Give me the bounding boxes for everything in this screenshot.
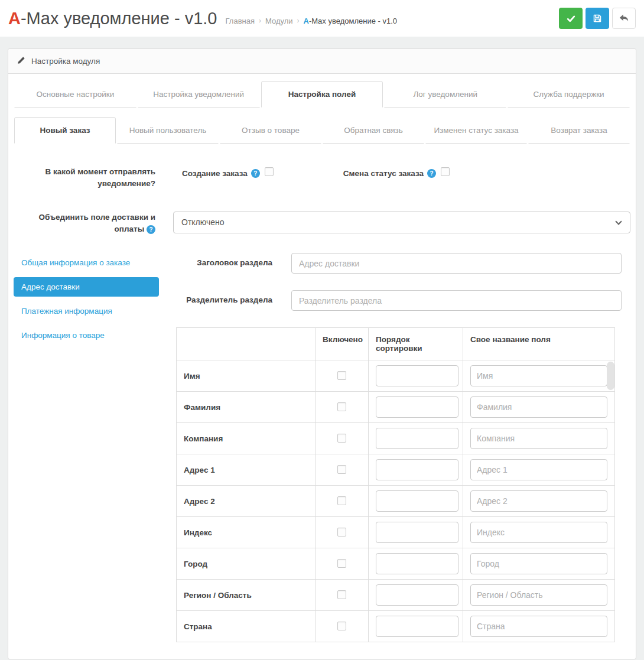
sub-tab-0[interactable]: Новый заказ [14, 117, 116, 144]
column-header-0 [177, 328, 316, 360]
field-enabled-cell [316, 392, 369, 423]
field-sort-input[interactable] [376, 428, 458, 449]
send-moment-row: В какой момент отправлять уведомление? С… [14, 166, 630, 190]
field-sort-cell [369, 423, 463, 454]
field-custom-name-input[interactable] [470, 522, 607, 543]
undo-arrow-icon [619, 14, 629, 23]
section-nav: Общая информация о заказеАдрес доставкиП… [14, 253, 159, 642]
table-row: Город [177, 548, 615, 580]
section-columns: Общая информация о заказеАдрес доставкиП… [14, 253, 630, 642]
table-header-row: ВключеноПорядок сортировкиСвое название … [177, 328, 615, 360]
field-custom-name-cell [463, 486, 615, 517]
field-custom-name-input[interactable] [470, 459, 607, 480]
field-sort-input[interactable] [376, 365, 458, 386]
page-header: A-Max уведомление - v1.0 Главная › Модул… [0, 0, 644, 37]
field-custom-name-input[interactable] [470, 490, 607, 512]
field-enabled-checkbox[interactable] [337, 434, 346, 443]
field-custom-name-input[interactable] [470, 616, 607, 637]
save-button[interactable] [586, 8, 609, 29]
main-tab-4[interactable]: Служба поддержки [508, 81, 630, 108]
field-custom-name-cell [463, 392, 615, 423]
field-sort-input[interactable] [376, 584, 458, 606]
sub-tab-3[interactable]: Обратная связь [323, 117, 424, 144]
field-sort-input[interactable] [376, 553, 458, 574]
merge-fields-select[interactable]: Отключено [173, 212, 630, 233]
main-tab-1[interactable]: Настройка уведомлений [138, 81, 260, 108]
field-custom-name-cell [463, 580, 615, 611]
panel-heading: Настройка модуля [8, 49, 636, 74]
back-button[interactable] [612, 8, 636, 29]
table-row: Страна [177, 611, 615, 642]
field-sort-cell [369, 454, 463, 486]
panel-title: Настройка модуля [31, 57, 100, 66]
table-row: Индекс [177, 517, 615, 548]
apply-button[interactable] [559, 8, 583, 29]
field-sort-cell [369, 611, 463, 642]
title-prefix: A [8, 9, 21, 28]
section-nav-item-2[interactable]: Платежная информация [14, 301, 159, 321]
field-name: Индекс [177, 517, 316, 548]
field-enabled-cell [316, 611, 369, 642]
fields-table-wrap: ВключеноПорядок сортировкиСвое название … [176, 327, 615, 642]
title-rest: -Max уведомление - v1.0 [21, 9, 217, 28]
field-custom-name-input[interactable] [470, 428, 607, 449]
field-sort-input[interactable] [376, 522, 458, 543]
main-tab-2[interactable]: Настройка полей [261, 81, 383, 108]
field-enabled-checkbox[interactable] [337, 622, 346, 630]
sub-tab-5[interactable]: Возврат заказа [528, 117, 630, 144]
sub-tabs: Новый заказНовый пользовательОтзыв о тов… [14, 117, 630, 144]
notify-checkbox[interactable] [265, 167, 274, 176]
section-title-input[interactable] [291, 253, 622, 274]
field-enabled-cell [316, 486, 369, 517]
field-enabled-checkbox[interactable] [337, 590, 346, 599]
field-enabled-checkbox[interactable] [337, 528, 346, 537]
breadcrumb: Главная › Модули › A-Max уведомление - v… [226, 17, 398, 25]
field-enabled-cell [316, 360, 369, 392]
table-row: Адрес 2 [177, 486, 615, 517]
notify-checkbox[interactable] [441, 167, 450, 176]
table-scrollbar[interactable] [607, 362, 614, 390]
section-nav-item-3[interactable]: Информация о товаре [14, 326, 159, 345]
section-divider-group: Разделитель раздела [172, 290, 630, 311]
field-custom-name-cell [463, 423, 615, 454]
field-custom-name-input[interactable] [470, 584, 607, 606]
field-name: Город [177, 548, 316, 580]
main-tab-3[interactable]: Лог уведомлений [384, 81, 506, 108]
breadcrumb-separator: › [297, 17, 300, 25]
field-sort-input[interactable] [376, 396, 458, 418]
field-sort-cell [369, 486, 463, 517]
notify-checkbox-label: Создание заказа [182, 169, 248, 178]
field-enabled-checkbox[interactable] [337, 465, 346, 474]
pencil-icon [17, 56, 25, 66]
field-enabled-checkbox[interactable] [337, 496, 346, 505]
sub-tab-2[interactable]: Отзыв о товаре [220, 117, 321, 144]
field-name: Фамилия [177, 392, 316, 423]
sub-tab-1[interactable]: Новый пользователь [117, 117, 219, 144]
sub-tab-4[interactable]: Изменен статус заказа [425, 117, 527, 144]
section-nav-item-0[interactable]: Общая информация о заказе [14, 253, 159, 272]
table-row: Имя [177, 360, 615, 392]
field-custom-name-cell [463, 454, 615, 486]
field-enabled-checkbox[interactable] [337, 402, 346, 411]
breadcrumb-modules[interactable]: Модули [265, 17, 293, 25]
field-custom-name-input[interactable] [470, 365, 607, 386]
field-enabled-checkbox[interactable] [337, 371, 346, 380]
field-sort-input[interactable] [376, 616, 458, 637]
field-name: Страна [177, 611, 316, 642]
field-enabled-checkbox[interactable] [337, 559, 346, 568]
table-row: Регион / Область [177, 580, 615, 611]
field-sort-input[interactable] [376, 490, 458, 512]
field-custom-name-input[interactable] [470, 396, 607, 418]
notify-checkbox-group-1: Смена статус заказа? [343, 167, 450, 180]
field-sort-input[interactable] [376, 459, 458, 480]
field-name: Адрес 1 [177, 454, 316, 486]
breadcrumb-home[interactable]: Главная [226, 17, 255, 25]
field-custom-name-cell [463, 360, 615, 392]
main-tab-0[interactable]: Основные настройки [14, 81, 136, 108]
field-sort-cell [369, 580, 463, 611]
section-title-group: Заголовок раздела [172, 253, 630, 274]
help-icon: ? [147, 225, 155, 234]
section-nav-item-1[interactable]: Адрес доставки [14, 277, 159, 297]
section-divider-input[interactable] [291, 290, 622, 311]
field-custom-name-input[interactable] [470, 553, 607, 574]
